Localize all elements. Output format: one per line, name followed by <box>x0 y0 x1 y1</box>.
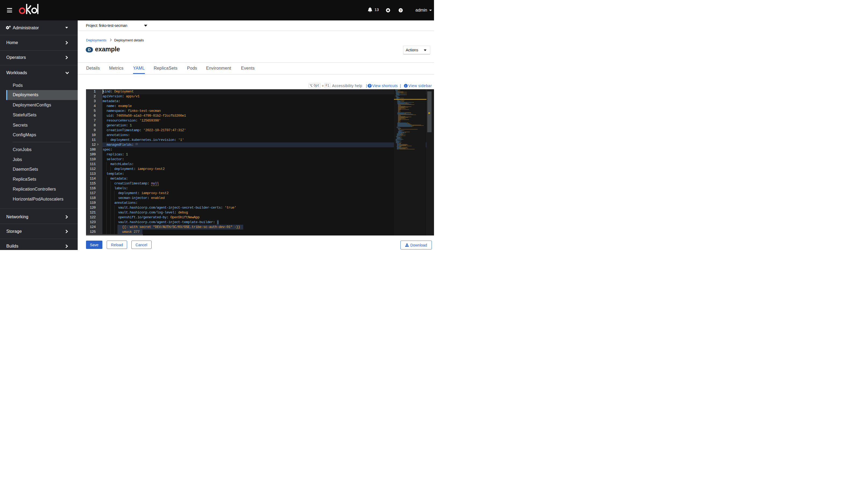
svg-text:?: ? <box>400 9 402 12</box>
